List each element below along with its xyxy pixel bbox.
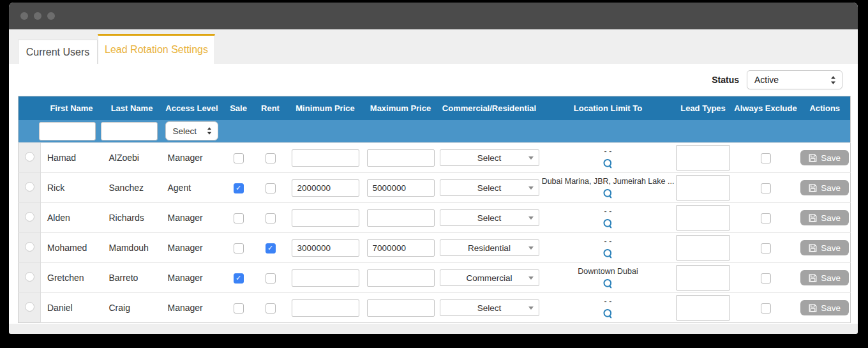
tab-current-users[interactable]: Current Users	[18, 40, 98, 64]
table-row: Mohamed Mamdouh Manager ✓ ✓ Residential …	[19, 233, 851, 263]
always-exclude-checkbox[interactable]: ✓	[761, 183, 771, 193]
sale-checkbox[interactable]: ✓	[234, 183, 244, 193]
lead-types-input[interactable]	[676, 145, 730, 170]
always-exclude-checkbox[interactable]: ✓	[761, 213, 771, 223]
last-name-cell: Mamdouh	[103, 233, 161, 263]
search-icon[interactable]	[602, 248, 613, 259]
lead-types-input[interactable]	[676, 175, 730, 200]
first-name-filter-input[interactable]	[39, 122, 96, 140]
rent-checkbox[interactable]: ✓	[266, 183, 276, 193]
status-row: Status Active	[9, 64, 858, 96]
minimum-price-input[interactable]	[292, 209, 359, 227]
location-limit-cell: - -	[542, 296, 675, 319]
row-select-radio[interactable]	[25, 152, 34, 162]
lead-types-input[interactable]	[676, 235, 730, 261]
commercial-residential-value: Select	[440, 183, 539, 193]
maximum-price-input[interactable]	[367, 149, 435, 167]
location-limit-text: - -	[604, 296, 612, 308]
commercial-residential-select[interactable]: Select	[440, 179, 539, 196]
save-button[interactable]: Save	[800, 150, 849, 165]
rent-checkbox[interactable]: ✓	[266, 153, 276, 163]
minimum-price-input[interactable]	[292, 179, 359, 197]
always-exclude-checkbox[interactable]: ✓	[761, 303, 771, 314]
rent-checkbox[interactable]: ✓	[266, 243, 276, 253]
commercial-residential-value: Commercial	[440, 273, 539, 283]
maximum-price-input[interactable]	[367, 299, 435, 317]
minimum-price-input[interactable]	[292, 149, 359, 167]
table-row: Gretchen Barreto Manager ✓ ✓ Commercial …	[19, 263, 851, 293]
commercial-residential-select[interactable]: Commercial	[440, 269, 539, 286]
search-icon[interactable]	[602, 188, 613, 199]
row-select-radio[interactable]	[25, 212, 34, 222]
sale-checkbox[interactable]: ✓	[234, 243, 244, 253]
commercial-residential-select[interactable]: Select	[440, 209, 539, 226]
minimum-price-input[interactable]	[292, 299, 359, 317]
access-level-cell: Manager	[161, 233, 223, 263]
lead-types-input[interactable]	[676, 205, 730, 231]
sale-checkbox[interactable]: ✓	[234, 273, 244, 284]
access-level-filter-select[interactable]: Select	[165, 121, 218, 140]
row-select-radio[interactable]	[25, 242, 34, 252]
always-exclude-checkbox[interactable]: ✓	[761, 153, 771, 163]
save-icon	[809, 304, 817, 312]
maximum-price-input[interactable]	[367, 179, 435, 197]
last-name-cell: AlZoebi	[103, 143, 161, 173]
save-button[interactable]: Save	[800, 270, 849, 285]
last-name-cell: Craig	[103, 293, 161, 323]
always-exclude-checkbox[interactable]: ✓	[761, 273, 771, 284]
filter-row: Select	[19, 120, 851, 143]
column-header: Location Limit To	[542, 96, 675, 120]
rent-checkbox[interactable]: ✓	[266, 303, 276, 314]
save-button[interactable]: Save	[800, 300, 849, 315]
always-exclude-checkbox[interactable]: ✓	[761, 243, 771, 253]
save-button-label: Save	[821, 153, 841, 163]
maximum-price-input[interactable]	[367, 239, 435, 257]
search-icon[interactable]	[602, 158, 613, 169]
access-level-filter-value: Select	[173, 126, 197, 136]
last-name-filter-input[interactable]	[101, 122, 158, 140]
save-icon	[809, 274, 817, 282]
search-icon[interactable]	[602, 278, 613, 289]
tab-lead-rotation-settings[interactable]: Lead Rotation Settings	[98, 34, 215, 64]
search-icon[interactable]	[602, 218, 613, 229]
column-header: First Name	[41, 96, 103, 120]
commercial-residential-select[interactable]: Select	[440, 299, 539, 316]
first-name-cell: Daniel	[41, 293, 103, 323]
status-label: Status	[712, 75, 739, 85]
rent-checkbox[interactable]: ✓	[266, 213, 276, 223]
location-limit-cell: - -	[542, 206, 675, 229]
sale-checkbox[interactable]: ✓	[234, 153, 244, 163]
commercial-residential-select[interactable]: Select	[440, 149, 539, 166]
table-row: Daniel Craig Manager ✓ ✓ Select - -	[19, 293, 851, 323]
maximum-price-input[interactable]	[367, 209, 435, 227]
save-button[interactable]: Save	[800, 180, 849, 195]
row-select-radio[interactable]	[25, 272, 34, 282]
location-limit-text: Downtown Dubai	[578, 266, 638, 278]
column-header: Last Name	[103, 96, 161, 120]
save-button-label: Save	[821, 243, 841, 253]
save-button[interactable]: Save	[800, 210, 849, 225]
minimum-price-input[interactable]	[292, 239, 359, 257]
maximum-price-input[interactable]	[367, 269, 435, 287]
lead-types-input[interactable]	[676, 295, 730, 321]
status-select[interactable]: Active	[747, 70, 842, 89]
row-select-radio[interactable]	[25, 302, 34, 312]
row-select-radio[interactable]	[25, 182, 34, 192]
commercial-residential-select[interactable]: Residential	[440, 239, 539, 256]
last-name-cell: Richards	[103, 203, 161, 233]
last-name-cell: Sanchez	[103, 173, 161, 203]
check-icon: ✓	[236, 275, 241, 282]
select-spinner-icon	[830, 75, 836, 85]
sale-checkbox[interactable]: ✓	[234, 303, 244, 314]
minimum-price-input[interactable]	[292, 269, 359, 287]
location-limit-text: - -	[604, 206, 612, 218]
access-level-cell: Manager	[161, 293, 223, 323]
column-header: Commercial/Residential	[437, 96, 542, 120]
save-button[interactable]: Save	[800, 240, 849, 255]
rent-checkbox[interactable]: ✓	[266, 273, 276, 284]
search-icon[interactable]	[602, 308, 613, 319]
window-control-dot	[34, 12, 41, 20]
status-select-value: Active	[754, 75, 779, 85]
lead-types-input[interactable]	[676, 265, 730, 291]
sale-checkbox[interactable]: ✓	[234, 213, 244, 223]
